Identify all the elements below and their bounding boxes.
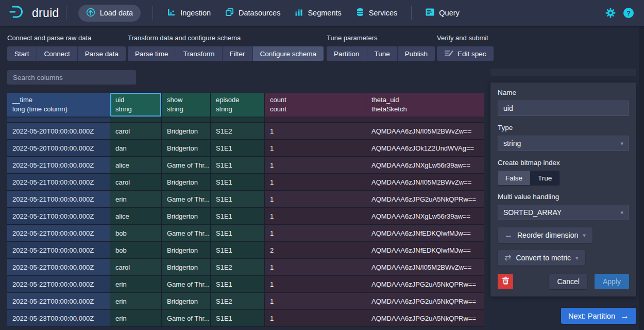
step-button-partition[interactable]: Partition — [327, 46, 367, 61]
table-cell: S1E1 — [211, 140, 265, 156]
table-row: 2022-05-22T00:00:00.000ZerinGame of Thr.… — [7, 276, 484, 293]
step-button-label: Edit spec — [457, 50, 486, 58]
table-cell: S1E1 — [211, 191, 265, 207]
step-group-verify: Verify and submit Edit spec — [437, 34, 494, 61]
table-cell — [265, 118, 366, 122]
nav-divider — [152, 6, 153, 20]
table-cell: 1 — [265, 174, 366, 190]
next-partition-button[interactable]: Next: Partition → — [561, 308, 636, 324]
nav-item-label: Ingestion — [180, 9, 211, 17]
table-cell: AQMDAAA6zJNXgLw56r39aw== — [366, 157, 484, 173]
exchange-icon: ⇄ — [504, 254, 511, 262]
convert-to-metric-label: Convert to metric — [516, 254, 571, 262]
name-field[interactable] — [498, 101, 629, 116]
convert-to-metric-button[interactable]: ⇄ Convert to metric ▾ — [498, 250, 585, 266]
table-cell: AQMDAAA6zJPG2uA5NkQPRw== — [366, 310, 484, 326]
column-header-uid[interactable]: uidstring — [110, 93, 162, 117]
type-label: Type — [498, 124, 629, 131]
bitmap-true-button[interactable]: True — [530, 171, 560, 185]
table-cell: carol — [110, 174, 162, 190]
nav-divider — [66, 6, 66, 20]
table-cell: 1 — [265, 276, 366, 292]
reorder-dimension-button[interactable]: ↔ Reorder dimension ▾ — [498, 227, 592, 243]
table-cell: 2022-05-22T00:00:00.000Z — [7, 225, 110, 241]
table-cell: S1E1 — [211, 174, 265, 190]
gear-icon[interactable] — [605, 8, 616, 18]
type-select[interactable]: string ▾ — [498, 136, 629, 151]
console-icon — [426, 8, 434, 18]
step-button-edit-spec[interactable]: Edit spec — [437, 46, 494, 61]
druid-logo[interactable]: druid — [0, 4, 59, 22]
top-navbar: druid Load data Ingestion — [0, 0, 644, 26]
delete-dimension-button[interactable] — [498, 274, 513, 289]
table-cell: 2022-05-23T00:00:00.000Z — [7, 310, 110, 326]
table-cell: 1 — [265, 310, 366, 326]
table-cell: AQMDAAA6zJNfEDKQlwfMJw== — [366, 225, 484, 241]
nav-item-segments[interactable]: Segments — [287, 0, 348, 26]
column-header-time[interactable]: __timelong (time column) — [7, 93, 110, 117]
cancel-button[interactable]: Cancel — [549, 274, 587, 289]
table-cell: 1 — [265, 225, 366, 241]
step-button-publish[interactable]: Publish — [398, 46, 435, 61]
step-group-connect: Connect and parse raw data Start Connect… — [7, 34, 126, 61]
nav-item-ingestion[interactable]: Ingestion — [160, 0, 218, 26]
step-button-start[interactable]: Start — [7, 46, 37, 61]
table-cell: 1 — [265, 293, 366, 309]
bitmap-false-button[interactable]: False — [498, 171, 530, 185]
table-cell: 1 — [265, 208, 366, 224]
table-cell: 1 — [265, 191, 366, 207]
table-cell: AQMDAAA6zJPG2uA5NkQPRw== — [366, 293, 484, 309]
step-button-parse-time[interactable]: Parse time — [128, 46, 176, 61]
nav-item-services[interactable]: Services — [349, 0, 405, 26]
nav-item-load-data[interactable]: Load data — [78, 5, 141, 22]
table-cell: 2022-05-22T00:00:00.000Z — [7, 276, 110, 292]
column-header-thetauid[interactable]: theta_uidthetaSketch — [366, 93, 484, 117]
multi-value-select[interactable]: SORTED_ARRAY ▾ — [498, 205, 629, 220]
layers-icon — [225, 8, 234, 18]
table-cell: S1E1 — [211, 225, 265, 241]
search-columns-input[interactable] — [7, 70, 136, 85]
table-row: 2022-05-21T00:00:00.000ZaliceBridgertonS… — [7, 208, 484, 225]
step-button-parse-data[interactable]: Parse data — [78, 46, 126, 61]
database-icon — [356, 8, 364, 18]
step-group-title: Transform data and configure schema — [128, 34, 324, 42]
table-row: 2022-05-21T00:00:00.000ZerinGame of Thr.… — [7, 191, 484, 208]
table-row: 2022-05-22T00:00:00.000ZcarolBridgertonS… — [7, 259, 484, 276]
help-icon[interactable]: ? — [623, 8, 634, 18]
column-header-episode[interactable]: episodestring — [211, 93, 265, 117]
table-cell: Game of Thr... — [162, 157, 211, 173]
step-button-tune[interactable]: Tune — [367, 46, 398, 61]
table-cell: 1 — [265, 140, 366, 156]
arrow-right-icon: → — [620, 311, 629, 321]
upload-circle-icon — [86, 8, 95, 19]
nav-item-datasources[interactable]: Datasources — [218, 0, 287, 26]
step-button-filter[interactable]: Filter — [223, 46, 253, 61]
table-cell: erin — [110, 310, 162, 326]
chevron-down-icon: ▾ — [620, 209, 623, 216]
next-partition-label: Next: Partition — [568, 312, 615, 320]
table-cell: S1E2 — [211, 123, 265, 139]
page-scrollbar[interactable] — [639, 26, 644, 330]
column-header-show[interactable]: showstring — [162, 93, 211, 117]
table-cell: Bridgerton — [162, 208, 211, 224]
step-group-transform: Transform data and configure schema Pars… — [128, 34, 324, 61]
column-header-count[interactable]: countcount — [265, 93, 366, 117]
table-cell: 2022-05-21T00:00:00.000Z — [7, 157, 110, 173]
step-button-transform[interactable]: Transform — [176, 46, 223, 61]
table-cell: Bridgerton — [162, 123, 211, 139]
druid-logo-icon — [8, 4, 28, 22]
table-cell: Game of Thr... — [162, 191, 211, 207]
table-cell: Game of Thr... — [162, 310, 211, 326]
table-header-row: __timelong (time column)uidstringshowstr… — [7, 93, 484, 117]
nav-item-query[interactable]: Query — [418, 0, 467, 26]
apply-button[interactable]: Apply — [595, 274, 629, 289]
bitmap-index-toggle: False True — [498, 171, 560, 185]
brand-name: druid — [32, 6, 59, 20]
preview-table: __timelong (time column)uidstringshowstr… — [7, 93, 484, 330]
step-button-configure-schema[interactable]: Configure schema — [253, 46, 324, 61]
table-cell: AQMDAAA6zJPG2uA5NkQPRw== — [366, 191, 484, 207]
table-cell: 1 — [265, 157, 366, 173]
table-cell: Bridgerton — [162, 259, 211, 275]
table-cell: AQMDAAA6zJPG2uA5NkQPRw== — [366, 276, 484, 292]
step-button-connect[interactable]: Connect — [37, 46, 78, 61]
